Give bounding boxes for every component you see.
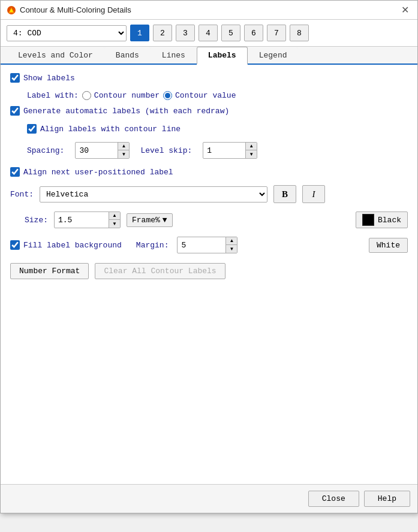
fill-color-button[interactable]: White (369, 238, 408, 253)
size-spinner-btns: ▲ ▼ (109, 212, 120, 228)
tabs-bar: Levels and Color Bands Lines Labels Lege… (1, 47, 417, 65)
level-skip-input[interactable] (203, 144, 245, 157)
show-labels-checkbox[interactable] (10, 73, 20, 83)
align-next-checkbox-label[interactable]: Align next user-positioned label (10, 167, 173, 177)
show-labels-checkbox-label[interactable]: Show labels (10, 73, 75, 83)
frame-pct-arrow-icon: ▼ (163, 216, 167, 225)
close-button[interactable]: Close (308, 491, 359, 507)
italic-button[interactable]: I (302, 185, 325, 203)
num-button-6[interactable]: 6 (244, 25, 263, 41)
window-title: Contour & Multi-Coloring Details (20, 5, 131, 14)
generate-auto-checkbox[interactable] (10, 106, 20, 116)
tab-lines[interactable]: Lines (151, 47, 197, 64)
fill-bg-checkbox-label[interactable]: Fill label background (10, 240, 122, 250)
num-button-8[interactable]: 8 (290, 25, 309, 41)
margin-spinner-btns: ▲ ▼ (225, 237, 237, 253)
color-swatch (362, 214, 374, 226)
frame-pct-dropdown[interactable]: Frame% ▼ (127, 213, 173, 227)
tab-content: Show labels Label with: Contour number C… (1, 65, 417, 484)
align-next-row: Align next user-positioned label (10, 167, 408, 177)
help-button[interactable]: Help (364, 491, 410, 507)
contour-number-radio-label[interactable]: Contour number (82, 91, 160, 100)
color-button[interactable]: Black (356, 211, 408, 228)
title-bar: Contour & Multi-Coloring Details ✕ (1, 1, 417, 20)
title-bar-left: Contour & Multi-Coloring Details (7, 5, 131, 15)
contour-value-radio[interactable] (163, 91, 172, 100)
spacing-input[interactable] (76, 144, 118, 157)
align-labels-checkbox[interactable] (27, 124, 37, 134)
contour-number-radio[interactable] (82, 91, 91, 100)
level-skip-spinner-btns: ▲ ▼ (245, 143, 257, 158)
label-with-row: Label with: Contour number Contour value (27, 91, 408, 100)
align-labels-checkbox-label[interactable]: Align labels with contour line (27, 124, 181, 134)
level-skip-spinner: ▲ ▼ (203, 142, 257, 159)
num-button-1[interactable]: 1 (130, 25, 149, 41)
spacing-down-btn[interactable]: ▼ (118, 150, 129, 158)
align-labels-row: Align labels with contour line (27, 124, 408, 134)
clear-labels-button[interactable]: Clear All Contour Labels (95, 263, 225, 279)
fill-bg-checkbox[interactable] (10, 240, 20, 250)
font-row: Font: Helvetica B I (10, 185, 408, 203)
size-down-btn[interactable]: ▼ (109, 220, 120, 228)
font-label: Font: (10, 190, 34, 199)
size-input[interactable] (55, 214, 109, 226)
num-button-5[interactable]: 5 (221, 25, 240, 41)
bottom-buttons-row: Number Format Clear All Contour Labels (10, 263, 408, 279)
bold-button[interactable]: B (273, 185, 296, 203)
main-window: Contour & Multi-Coloring Details ✕ 4: CO… (0, 0, 418, 513)
tab-labels[interactable]: Labels (197, 47, 248, 65)
spacing-up-btn[interactable]: ▲ (118, 143, 129, 150)
fill-bg-row: Fill label background Margin: ▲ ▼ White (10, 237, 408, 253)
align-next-checkbox[interactable] (10, 167, 20, 177)
tab-bands[interactable]: Bands (104, 47, 151, 64)
margin-spinner: ▲ ▼ (177, 237, 237, 253)
font-dropdown[interactable]: Helvetica (40, 186, 267, 202)
app-icon (7, 5, 16, 15)
spacing-label: Spacing: (27, 146, 64, 155)
footer: Close Help (1, 484, 417, 513)
spacing-row: Spacing: ▲ ▼ Level skip: ▲ ▼ (27, 142, 408, 159)
num-button-4[interactable]: 4 (199, 25, 218, 41)
label-with-text: Label with: (27, 91, 79, 100)
contour-value-radio-label[interactable]: Contour value (163, 91, 236, 100)
generate-auto-checkbox-label[interactable]: Generate automatic labels (with each red… (10, 106, 229, 116)
num-button-2[interactable]: 2 (153, 25, 172, 41)
show-labels-row: Show labels (10, 73, 408, 83)
level-skip-down-btn[interactable]: ▼ (246, 150, 257, 158)
margin-label: Margin: (136, 241, 169, 250)
top-bar: 4: COD 1 2 3 4 5 6 7 8 (1, 20, 417, 47)
margin-down-btn[interactable]: ▼ (226, 245, 237, 253)
level-skip-up-btn[interactable]: ▲ (246, 143, 257, 150)
num-button-3[interactable]: 3 (176, 25, 195, 41)
tab-legend[interactable]: Legend (248, 47, 299, 64)
size-up-btn[interactable]: ▲ (109, 212, 120, 220)
margin-up-btn[interactable]: ▲ (226, 237, 237, 245)
generate-auto-row: Generate automatic labels (with each red… (10, 106, 408, 116)
num-button-7[interactable]: 7 (267, 25, 286, 41)
level-skip-label: Level skip: (140, 146, 192, 155)
spacing-spinner: ▲ ▼ (75, 142, 130, 159)
size-row: Size: ▲ ▼ Frame% ▼ Black (10, 211, 408, 228)
layer-dropdown[interactable]: 4: COD (7, 25, 127, 41)
number-format-button[interactable]: Number Format (10, 263, 89, 279)
size-spinner: ▲ ▼ (54, 211, 121, 228)
spacing-spinner-btns: ▲ ▼ (118, 143, 129, 158)
margin-input[interactable] (178, 239, 225, 252)
size-label: Size: (25, 216, 48, 225)
close-icon[interactable]: ✕ (399, 4, 411, 16)
tab-levels-and-color[interactable]: Levels and Color (7, 47, 104, 64)
